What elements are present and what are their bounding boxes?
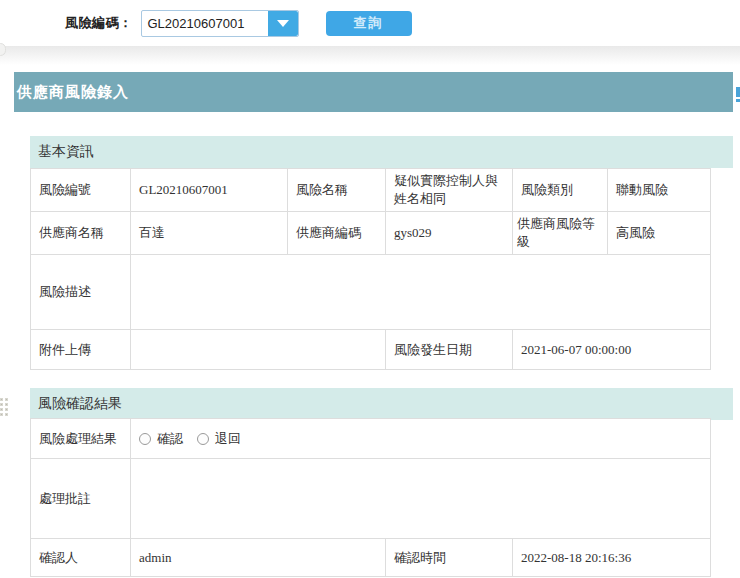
attachment-label: 附件上傳 (31, 330, 131, 370)
supplier-code-value: gys029 (386, 212, 513, 255)
handle-result-options: 確認 退回 (131, 419, 711, 459)
radio-return-label[interactable]: 退回 (215, 430, 241, 448)
risk-no-value: GL20210607001 (131, 169, 288, 212)
basic-info-table: 風險編號 GL20210607001 風險名稱 疑似實際控制人與姓名相同 風險類… (30, 168, 711, 370)
risk-desc-value (131, 255, 711, 330)
radio-confirm-label[interactable]: 確認 (157, 430, 183, 448)
chevron-down-icon (277, 20, 289, 27)
risk-date-label: 風險發生日期 (386, 330, 513, 370)
risk-code-label: 風險編碼： (65, 14, 133, 32)
risk-code-dropdown[interactable]: GL20210607001 (141, 10, 299, 37)
risk-name-label: 風險名稱 (288, 169, 386, 212)
supplier-risk-level-value: 高風險 (608, 212, 711, 255)
confirm-result-section-header: 風險確認結果 (30, 388, 733, 420)
confirm-result-table: 風險處理結果 確認 退回 處理批註 確認人 admin 確認時間 2022-08… (30, 418, 711, 577)
risk-category-label: 風險類別 (513, 169, 608, 212)
clipped-right-icon (736, 87, 740, 102)
radio-return[interactable] (197, 433, 209, 445)
risk-no-label: 風險編號 (31, 169, 131, 212)
separator-band (0, 46, 740, 65)
supplier-risk-level-label: 供應商風險等級 (513, 212, 608, 255)
comment-value[interactable] (131, 459, 711, 539)
risk-category-value: 聯動風險 (608, 169, 711, 212)
basic-info-section-header: 基本資訊 (30, 136, 733, 168)
supplier-code-label: 供應商編碼 (288, 212, 386, 255)
handle-result-label: 風險處理結果 (31, 419, 131, 459)
risk-desc-label: 風險描述 (31, 255, 131, 330)
page-header-bar: 供應商風險錄入 (14, 72, 733, 112)
risk-name-value: 疑似實際控制人與姓名相同 (386, 169, 513, 212)
radio-confirm[interactable] (139, 433, 151, 445)
risk-date-value: 2021-06-07 00:00:00 (513, 330, 711, 370)
table-row: 風險處理結果 確認 退回 (31, 419, 711, 459)
page-title: 供應商風險錄入 (14, 83, 129, 102)
table-row: 供應商名稱 百達 供應商編碼 gys029 供應商風險等級 高風險 (31, 212, 711, 255)
confirm-time-value: 2022-08-18 20:16:36 (513, 539, 711, 577)
table-row: 風險編號 GL20210607001 風險名稱 疑似實際控制人與姓名相同 風險類… (31, 169, 711, 212)
table-row: 確認人 admin 確認時間 2022-08-18 20:16:36 (31, 539, 711, 577)
confirm-time-label: 確認時間 (386, 539, 513, 577)
supplier-name-value: 百達 (131, 212, 288, 255)
confirm-result-title: 風險確認結果 (30, 395, 122, 413)
comment-label: 處理批註 (31, 459, 131, 539)
query-button[interactable]: 查詢 (326, 11, 412, 36)
risk-code-dropdown-value[interactable]: GL20210607001 (142, 11, 268, 36)
confirmer-value: admin (131, 539, 386, 577)
drag-handle[interactable] (0, 398, 10, 422)
table-row: 處理批註 (31, 459, 711, 539)
toolbar: 風險編碼： GL20210607001 查詢 (0, 0, 740, 46)
table-row: 風險描述 (31, 255, 711, 330)
attachment-value[interactable] (131, 330, 386, 370)
supplier-name-label: 供應商名稱 (31, 212, 131, 255)
confirmer-label: 確認人 (31, 539, 131, 577)
dropdown-arrow-button[interactable] (268, 11, 298, 36)
basic-info-title: 基本資訊 (30, 143, 94, 161)
table-row: 附件上傳 風險發生日期 2021-06-07 00:00:00 (31, 330, 711, 370)
